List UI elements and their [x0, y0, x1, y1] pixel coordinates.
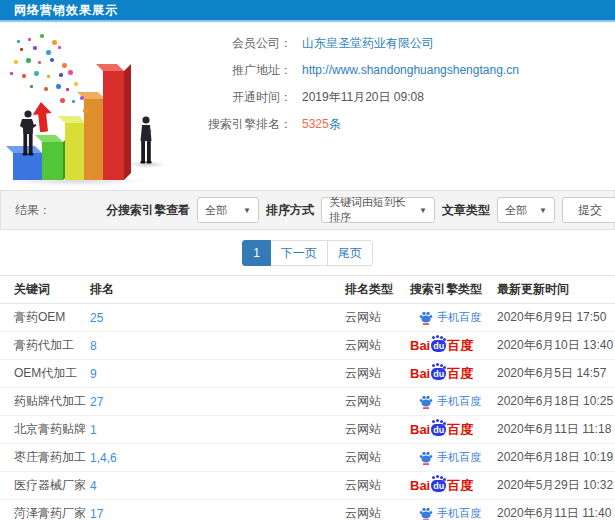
keyword-cell: 枣庄膏药加工	[14, 449, 90, 466]
filter-controls: 分搜索引擎查看 全部 ▼ 排序方式 关键词由短到长排序 ▼ 文章类型 全部 ▼ …	[106, 197, 614, 223]
keyword-cell: 菏泽膏药厂家	[14, 505, 90, 520]
confetti-dot	[74, 82, 78, 86]
mobile-baidu-label: 手机百度	[437, 394, 481, 409]
rank-link[interactable]: 25	[90, 311, 345, 325]
next-page-button[interactable]: 下一页	[270, 240, 328, 266]
rank-link[interactable]: 8	[90, 339, 345, 353]
table-row: 医疗器械厂家4云网站Baidu百度2020年5月29日 10:32	[0, 472, 615, 500]
engine-select[interactable]: 全部 ▼	[197, 197, 259, 223]
updated-time-cell: 2020年6月18日 10:19	[497, 449, 615, 466]
article-type-select[interactable]: 全部 ▼	[497, 197, 555, 223]
engine-rank-label: 搜索引擎排名：	[186, 116, 292, 133]
engine-logo-mobile-baidu: 手机百度	[410, 310, 497, 325]
confetti-dot	[59, 73, 63, 77]
promo-url-row: 推广地址： http://www.shandonghuangshengtang.…	[186, 63, 519, 77]
confetti-dot	[40, 34, 44, 38]
baidu-logo-cn: 百度	[447, 365, 473, 383]
updated-time-cell: 2020年6月10日 13:40	[497, 337, 615, 354]
keyword-cell: 膏药代加工	[14, 337, 90, 354]
header-rank: 排名	[90, 281, 345, 298]
keyword-cell: OEM代加工	[14, 365, 90, 382]
engine-logo-baidu: Baidu百度	[410, 365, 497, 383]
engine-rank-value: 5325条	[302, 116, 341, 133]
updated-time-cell: 2020年6月11日 11:40	[497, 505, 615, 520]
confetti-dot	[47, 75, 50, 78]
baidu-logo-bai: Bai	[410, 422, 430, 437]
baidu-paw-icon	[419, 394, 433, 409]
confetti-dot	[68, 70, 73, 75]
title-bar: 网络营销效果展示	[0, 0, 615, 22]
baidu-logo-du: du	[431, 340, 446, 352]
bar-blue	[13, 153, 42, 180]
rank-link[interactable]: 4	[90, 479, 345, 493]
updated-time-cell: 2020年6月9日 17:50	[497, 309, 615, 326]
engine-logo-baidu: Baidu百度	[410, 337, 497, 355]
table-row: 枣庄膏药加工1,4,6云网站手机百度2020年6月18日 10:19	[0, 444, 615, 472]
confetti-dot	[30, 85, 33, 88]
last-page-button[interactable]: 尾页	[327, 240, 373, 266]
growth-chart-illustration	[0, 30, 190, 188]
businessman-right	[137, 116, 155, 165]
confetti-dot	[28, 38, 31, 41]
confetti-dot	[72, 100, 75, 103]
sort-select[interactable]: 关键词由短到长排序 ▼	[321, 197, 435, 223]
confetti-dot	[52, 40, 57, 45]
confetti-dot	[50, 58, 54, 62]
updated-time-cell: 2020年6月18日 10:25	[497, 393, 615, 410]
company-label: 会员公司：	[186, 35, 292, 52]
table-row: 药贴牌代加工27云网站手机百度2020年6月18日 10:25	[0, 388, 615, 416]
pagination: 1 下一页 尾页	[242, 240, 373, 266]
engine-logo-mobile-baidu: 手机百度	[410, 394, 497, 409]
confetti-dot	[44, 87, 48, 91]
baidu-logo-cn: 百度	[447, 477, 473, 495]
confetti-dot	[58, 46, 61, 49]
confetti-dot	[80, 96, 84, 100]
rank-type-cell: 云网站	[345, 365, 410, 382]
keyword-cell: 医疗器械厂家	[14, 477, 90, 494]
member-info: 会员公司： 山东皇圣堂药业有限公司 推广地址： http://www.shand…	[186, 36, 519, 144]
table-body: 膏药OEM25云网站手机百度2020年6月9日 17:50膏药代加工8云网站Ba…	[0, 304, 615, 520]
keyword-cell: 北京膏药贴牌	[14, 421, 90, 438]
page-button-current[interactable]: 1	[242, 240, 271, 266]
rank-type-cell: 云网站	[345, 309, 410, 326]
confetti-dot	[14, 60, 18, 64]
confetti-dot	[26, 58, 31, 63]
rank-type-cell: 云网站	[345, 421, 410, 438]
updated-time-cell: 2020年6月11日 11:18	[497, 421, 615, 438]
chevron-down-icon: ▼	[413, 206, 427, 215]
confetti-dot	[46, 50, 51, 55]
confetti-dot	[17, 40, 20, 43]
baidu-logo-bai: Bai	[410, 478, 430, 493]
chevron-down-icon: ▼	[533, 206, 547, 215]
rank-type-cell: 云网站	[345, 477, 410, 494]
result-label: 结果：	[15, 202, 51, 219]
confetti-dot	[56, 84, 61, 89]
engine-logo-mobile-baidu: 手机百度	[410, 450, 497, 465]
keyword-rank-table: 关键词 排名 排名类型 搜索引擎类型 最新更新时间 膏药OEM25云网站手机百度…	[0, 275, 615, 520]
confetti-dot	[62, 63, 67, 68]
promo-url-link[interactable]: http://www.shandonghuangshengtang.cn	[302, 63, 519, 77]
rank-link[interactable]: 1,4,6	[90, 451, 345, 465]
engine-logo-mobile-baidu: 手机百度	[410, 506, 497, 520]
rank-type-cell: 云网站	[345, 505, 410, 520]
company-link[interactable]: 山东皇圣堂药业有限公司	[302, 35, 434, 52]
updated-time-cell: 2020年6月5日 14:57	[497, 365, 615, 382]
baidu-logo-cn: 百度	[447, 421, 473, 439]
table-row: OEM代加工9云网站Baidu百度2020年6月5日 14:57	[0, 360, 615, 388]
baidu-logo-bai: Bai	[410, 338, 430, 353]
confetti-dot	[22, 74, 26, 78]
rank-link[interactable]: 9	[90, 367, 345, 381]
rank-link[interactable]: 17	[90, 507, 345, 520]
bar-green	[42, 142, 63, 180]
bar-yellow	[65, 123, 86, 180]
confetti-dot	[10, 72, 13, 75]
header-updated: 最新更新时间	[497, 281, 615, 298]
rank-link[interactable]: 1	[90, 423, 345, 437]
article-type-label: 文章类型	[442, 202, 490, 219]
article-type-value: 全部	[505, 203, 527, 218]
header-keyword: 关键词	[14, 281, 90, 298]
submit-button[interactable]: 提交	[562, 197, 615, 223]
promo-url-label: 推广地址：	[186, 62, 292, 79]
open-time-value: 2019年11月20日 09:08	[302, 89, 424, 106]
rank-link[interactable]: 27	[90, 395, 345, 409]
